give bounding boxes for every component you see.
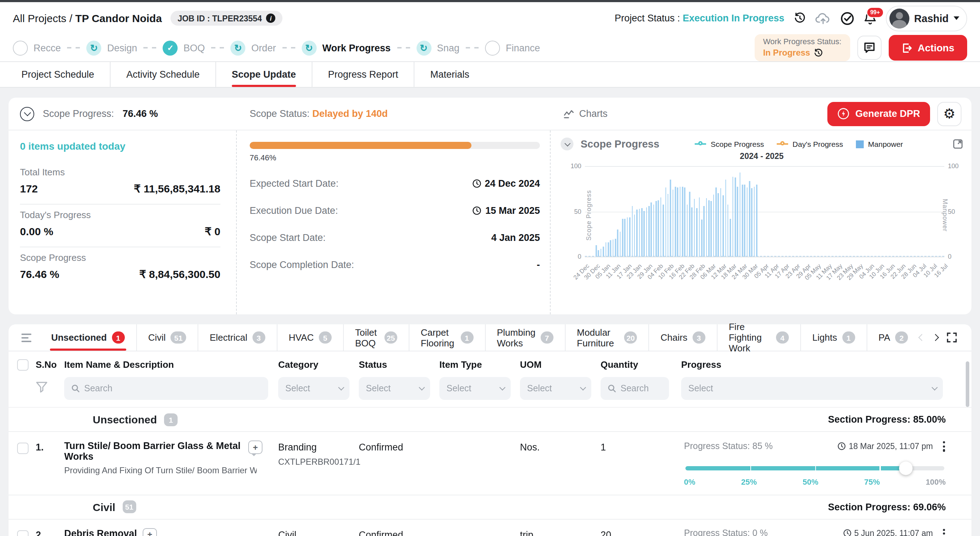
clock-icon [843, 529, 851, 536]
item-type-filter-select[interactable]: Select [439, 377, 511, 400]
row-checkbox[interactable] [17, 530, 29, 536]
item-description: Providing And Fixing Of Turn Stile/ Boom… [64, 465, 257, 476]
legend-scope-progress[interactable]: Scope Progress [695, 140, 764, 148]
section-tab-label: Chairs [660, 332, 687, 343]
item-name: Turn Stile/ Boom Barrier Glass & Metal W… [64, 441, 242, 462]
step-connector [67, 47, 80, 49]
chevron-down-icon [954, 16, 959, 20]
section-tab[interactable]: Fire Fighting Work 4 [716, 324, 800, 350]
section-tab[interactable]: Carpet Flooring 1 [409, 324, 485, 350]
search-item-input[interactable]: Search [64, 377, 268, 400]
actions-button[interactable]: Actions [888, 35, 967, 60]
item-type [439, 528, 520, 529]
row-checkbox[interactable] [17, 442, 29, 454]
manpower-bar [641, 208, 642, 257]
legend-square-marker [856, 140, 864, 148]
legend-days-progress[interactable]: Day's Progress [777, 140, 843, 148]
scope-progress-bar-label: 76.46% [250, 153, 540, 162]
breadcrumb-prefix[interactable]: All Projects / [13, 12, 72, 24]
select-placeholder: Select [527, 384, 552, 393]
progress-filter-select[interactable]: Select [681, 377, 943, 400]
collapse-chevron-icon[interactable] [20, 106, 34, 121]
tab-scope-update[interactable]: Scope Update [215, 62, 312, 87]
settings-gear-icon[interactable]: ⚙ [937, 101, 961, 126]
fullscreen-icon[interactable] [947, 332, 957, 343]
tabs-scroll-left-icon[interactable] [918, 334, 926, 341]
section-tab[interactable]: Chairs 3 [648, 324, 716, 350]
manpower-bar [624, 219, 625, 257]
avatar [889, 8, 909, 28]
row-menu-kebab-icon[interactable] [943, 528, 946, 536]
section-tab[interactable]: Electrical 3 [197, 324, 277, 350]
add-comment-icon[interactable]: + [143, 528, 157, 536]
section-tab-badge: 1 [842, 331, 855, 344]
menu-icon[interactable] [21, 333, 31, 342]
section-tab[interactable]: Modular Furniture 20 [565, 324, 649, 350]
row-sno: 2. [36, 528, 64, 536]
tab-project-schedule[interactable]: Project Schedule [6, 62, 110, 87]
manpower-bar [687, 205, 688, 257]
legend-manpower[interactable]: Manpower [856, 140, 903, 148]
tab-materials[interactable]: Materials [414, 62, 485, 87]
tabs-scroll-right-icon[interactable] [932, 334, 939, 341]
select-all-checkbox[interactable] [17, 359, 29, 371]
info-icon[interactable]: i [266, 14, 275, 23]
progress-slider[interactable] [686, 466, 944, 470]
category-filter-select[interactable]: Select [278, 377, 350, 400]
scale-label: 100% [926, 477, 946, 486]
vertical-scrollbar-thumb[interactable] [966, 362, 969, 407]
clock-icon [837, 442, 846, 450]
date-label: Expected Start Date: [250, 178, 339, 189]
manpower-bar [711, 201, 712, 257]
status-filter-select[interactable]: Select [359, 377, 430, 400]
approvals-check-icon[interactable] [840, 11, 854, 25]
generate-dpr-button[interactable]: Generate DPR [827, 101, 930, 126]
clock-icon [472, 179, 481, 188]
comments-button[interactable] [857, 36, 881, 60]
step-order[interactable]: ↻Order [231, 40, 276, 55]
step-work-progress[interactable]: ↻Work Progress [302, 40, 391, 55]
date-scope-start: Scope Start Date: 4 Jan 2025 [250, 232, 540, 243]
uom-filter-select[interactable]: Select [520, 377, 591, 400]
x-tick-label: 04 Feb [659, 260, 659, 284]
section-tab[interactable]: Lights 1 [800, 324, 866, 350]
tab-progress-report[interactable]: Progress Report [312, 62, 414, 87]
step-boq[interactable]: ✓BOQ [163, 40, 205, 55]
section-tab[interactable]: Plumbing Works 7 [485, 324, 565, 350]
section-tab-badge: 2 [895, 331, 908, 344]
step-connector [212, 47, 224, 49]
step-snag[interactable]: ↻Snag [416, 40, 459, 55]
search-placeholder: Search [620, 384, 649, 393]
add-comment-icon[interactable]: + [248, 441, 262, 454]
charts-toggle[interactable]: Charts [563, 108, 608, 119]
section-progress: Section Progress: 85.00% [828, 414, 946, 425]
step-finance[interactable]: Finance [485, 40, 540, 55]
notification-count-badge: 99+ [867, 7, 883, 17]
step-design[interactable]: ↻Design [87, 40, 137, 55]
row-menu-kebab-icon[interactable] [943, 441, 946, 452]
section-tab[interactable]: PA 2 [866, 324, 920, 350]
section-tab-label: Civil [148, 332, 165, 343]
chart-plot: Scope Progress Manpower 100 50 0 100 50 … [585, 166, 944, 257]
quantity-search-input[interactable]: Search [601, 377, 669, 400]
cloud-upload-icon[interactable] [815, 12, 830, 25]
date-value: - [537, 259, 540, 270]
notifications-bell-icon[interactable]: 99+ [863, 11, 876, 25]
section-tab[interactable]: Toilet BOQ 25 [343, 324, 409, 350]
filter-funnel-icon[interactable] [36, 381, 48, 393]
breadcrumb[interactable]: All Projects / TP Candor Noida [13, 12, 162, 24]
progress-slider-knob[interactable] [899, 461, 912, 475]
chart-collapse-chevron-icon[interactable] [561, 138, 573, 151]
manpower-bar [603, 247, 604, 257]
section-tab[interactable]: Unsectioned 1 [40, 324, 136, 350]
step-recce[interactable]: Recce [13, 40, 61, 55]
section-tab[interactable]: Civil 51 [136, 324, 197, 350]
section-tab[interactable]: HVAC 5 [276, 324, 343, 350]
x-tick-label: 29 May [859, 260, 860, 284]
manpower-bar [754, 186, 755, 257]
tab-activity-schedule[interactable]: Activity Schedule [110, 62, 215, 87]
user-menu[interactable]: Rashid [886, 5, 967, 31]
check-icon: ✓ [163, 40, 178, 55]
status-history-icon[interactable] [794, 12, 806, 24]
expand-chart-icon[interactable] [953, 139, 963, 149]
